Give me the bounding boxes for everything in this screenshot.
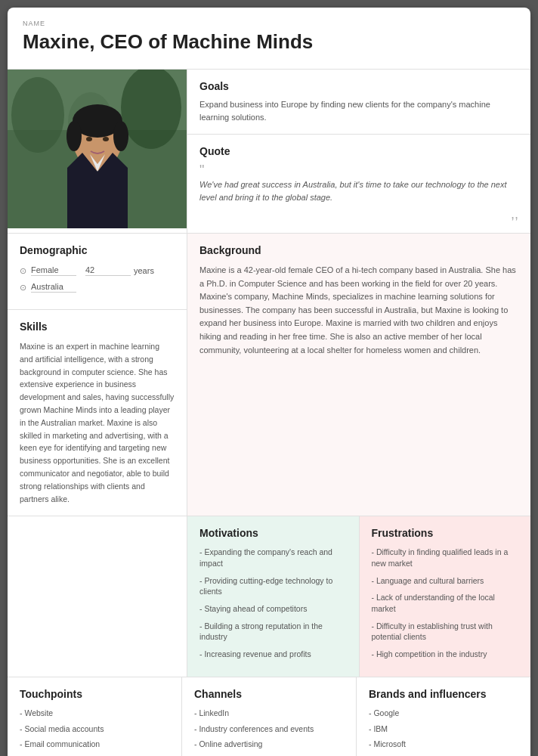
frustrations-title: Frustrations bbox=[372, 527, 519, 539]
brands-box: Brands and influencers - Google- IBM- Mi… bbox=[357, 677, 530, 756]
svg-point-12 bbox=[103, 137, 109, 141]
motiv-spacer bbox=[8, 516, 187, 677]
list-item: - Microsoft bbox=[369, 739, 518, 750]
demographic-box: Demographic ⊙ Female 42 years ⊙ Australi… bbox=[8, 234, 187, 310]
list-item: - Building a strong reputation in the in… bbox=[199, 621, 347, 643]
list-item: - Google bbox=[369, 708, 518, 719]
motivations-section: Motivations - Expanding the company's re… bbox=[8, 516, 530, 677]
svg-point-9 bbox=[66, 121, 82, 151]
brands-list: - Google- IBM- Microsoft- Amazon Web Ser… bbox=[369, 708, 518, 756]
demographic-gender-row: ⊙ Female 42 years bbox=[20, 265, 175, 276]
demographic-age-unit: years bbox=[134, 266, 154, 275]
channels-box: Channels - LinkedIn- Industry conference… bbox=[182, 677, 357, 756]
list-item: - Difficulty in establishing trust with … bbox=[372, 621, 519, 643]
quote-box: Quote " We've had great success in Austr… bbox=[187, 135, 530, 233]
bottom-section: Touchpoints - Website- Social media acco… bbox=[8, 677, 530, 756]
quote-close-icon: ,, bbox=[199, 206, 518, 222]
background-title: Background bbox=[199, 244, 518, 256]
svg-point-11 bbox=[86, 137, 92, 141]
motivations-list: - Expanding the company's reach and impa… bbox=[199, 547, 347, 660]
header: NAME Maxine, CEO of Machine Minds bbox=[8, 8, 530, 70]
list-item: - Email communication bbox=[20, 739, 169, 750]
skills-text: Maxine is an expert in machine learning … bbox=[20, 340, 175, 505]
motivations-box: Motivations - Expanding the company's re… bbox=[187, 516, 360, 677]
quote-open-icon: " bbox=[199, 163, 518, 177]
left-column: Demographic ⊙ Female 42 years ⊙ Australi… bbox=[8, 234, 187, 516]
frustrations-box: Frustrations - Difficulty in finding qua… bbox=[360, 516, 531, 677]
search-icon: ⊙ bbox=[20, 266, 26, 276]
list-item: - Providing cutting-edge technology to c… bbox=[199, 575, 347, 597]
svg-point-2 bbox=[11, 77, 64, 153]
touchpoints-title: Touchpoints bbox=[20, 688, 169, 700]
demographic-location-row: ⊙ Australia bbox=[20, 282, 175, 293]
page-container: NAME Maxine, CEO of Machine Minds bbox=[8, 8, 530, 756]
demographic-gender: Female bbox=[31, 265, 76, 276]
top-section: Goals Expand business into Europe by fin… bbox=[8, 70, 530, 234]
goals-box: Goals Expand business into Europe by fin… bbox=[187, 70, 530, 135]
goals-text: Expand business into Europe by finding n… bbox=[199, 98, 518, 123]
background-text: Maxine is a 42-year-old female CEO of a … bbox=[199, 264, 518, 357]
page-title: Maxine, CEO of Machine Minds bbox=[23, 30, 515, 54]
list-item: - Website bbox=[20, 708, 169, 719]
skills-box: Skills Maxine is an expert in machine le… bbox=[8, 310, 187, 516]
touchpoints-list: - Website- Social media accounts- Email … bbox=[20, 708, 169, 756]
demographic-age: 42 bbox=[85, 265, 131, 276]
middle-section: Demographic ⊙ Female 42 years ⊙ Australi… bbox=[8, 234, 530, 516]
list-item: - High competition in the industry bbox=[372, 649, 519, 660]
goals-title: Goals bbox=[199, 80, 518, 92]
list-item: - LinkedIn bbox=[194, 708, 344, 719]
channels-title: Channels bbox=[194, 688, 344, 700]
channels-list: - LinkedIn- Industry conferences and eve… bbox=[194, 708, 344, 756]
list-item: - Increasing revenue and profits bbox=[199, 649, 347, 660]
svg-point-3 bbox=[121, 70, 181, 149]
photo-column bbox=[8, 70, 187, 233]
list-item: - Online advertising bbox=[194, 739, 344, 750]
touchpoints-box: Touchpoints - Website- Social media acco… bbox=[8, 677, 182, 756]
demographic-title: Demographic bbox=[20, 244, 175, 256]
avatar-svg bbox=[8, 70, 187, 228]
list-item: - Industry conferences and events bbox=[194, 723, 344, 735]
list-item: - Social media accounts bbox=[20, 723, 169, 735]
info-column: Goals Expand business into Europe by fin… bbox=[187, 70, 530, 233]
list-item: - IBM bbox=[369, 723, 518, 735]
list-item: - Lack of understanding of the local mar… bbox=[372, 592, 519, 614]
quote-text: We've had great success in Australia, bu… bbox=[199, 178, 518, 203]
list-item: - Difficulty in finding qualified leads … bbox=[372, 547, 519, 569]
motivations-title: Motivations bbox=[199, 527, 347, 539]
avatar bbox=[8, 70, 187, 228]
right-column: Background Maxine is a 42-year-old femal… bbox=[187, 234, 530, 516]
demographic-location: Australia bbox=[31, 282, 76, 293]
skills-title: Skills bbox=[20, 321, 175, 333]
frustrations-list: - Difficulty in finding qualified leads … bbox=[372, 547, 519, 660]
quote-title: Quote bbox=[199, 145, 518, 157]
svg-point-10 bbox=[113, 121, 128, 151]
background-box: Background Maxine is a 42-year-old femal… bbox=[187, 234, 530, 516]
brands-title: Brands and influencers bbox=[369, 688, 518, 700]
list-item: - Language and cultural barriers bbox=[372, 575, 519, 587]
name-label: NAME bbox=[23, 20, 515, 27]
list-item: - Expanding the company's reach and impa… bbox=[199, 547, 347, 569]
list-item: - Staying ahead of competitors bbox=[199, 603, 347, 615]
location-icon: ⊙ bbox=[20, 283, 26, 293]
